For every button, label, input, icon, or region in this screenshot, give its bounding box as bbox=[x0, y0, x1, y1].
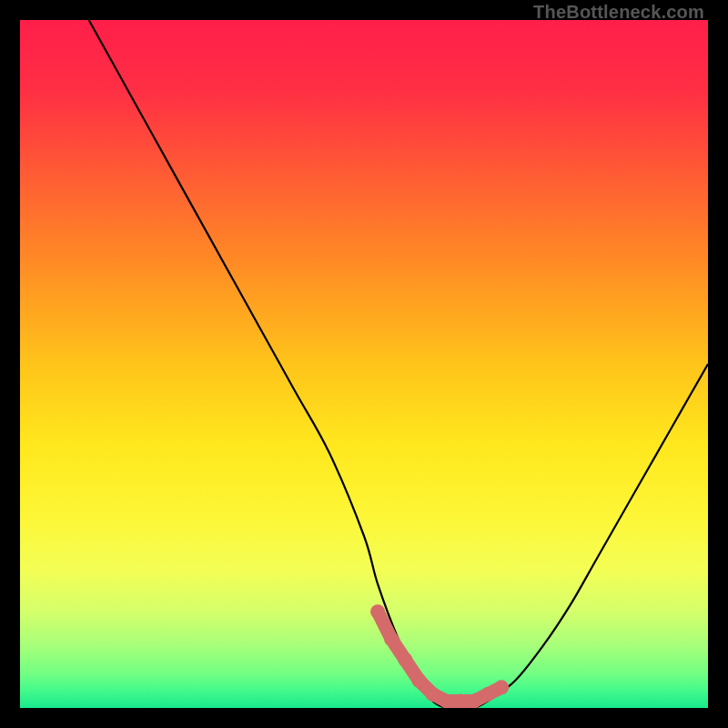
bottleneck-curve bbox=[89, 20, 708, 708]
marker-dot bbox=[411, 673, 426, 688]
marker-dot bbox=[384, 632, 399, 646]
curve-layer bbox=[20, 20, 708, 708]
marker-dot bbox=[453, 693, 468, 708]
plot-area bbox=[20, 20, 708, 708]
marker-dot bbox=[467, 693, 481, 708]
watermark-text: TheBottleneck.com bbox=[533, 2, 704, 23]
marker-dot bbox=[440, 693, 454, 708]
marker-dot bbox=[426, 687, 440, 702]
marker-dot bbox=[480, 687, 495, 702]
marker-dot bbox=[494, 680, 509, 694]
marker-dot bbox=[370, 604, 385, 619]
marker-dot bbox=[398, 652, 412, 667]
chart-frame: TheBottleneck.com bbox=[0, 0, 728, 728]
